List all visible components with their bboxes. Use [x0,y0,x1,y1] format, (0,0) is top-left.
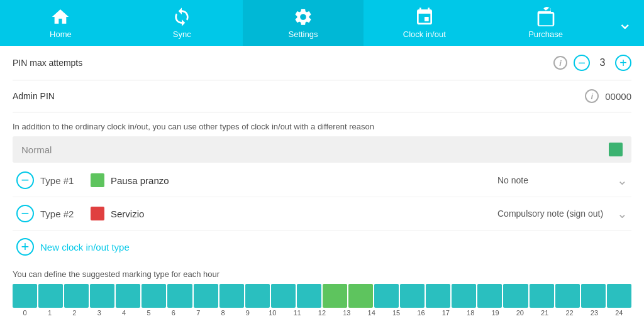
type-1-chevron[interactable]: ⌄ [617,206,628,221]
hour-label-12: 12 [309,309,334,317]
admin-pin-row: Admin PIN i 00000 [13,80,631,112]
clock-types-list: − Type #1 Pausa pranzo No note ⌄ − Type … [13,164,631,231]
admin-pin-value: 00000 [605,91,631,102]
hour-bar-20[interactable] [530,284,554,308]
hour-bar-9[interactable] [245,284,270,308]
hour-label-9: 9 [235,309,260,317]
clock-type-row-0: − Type #1 Pausa pranzo No note ⌄ [13,164,631,197]
hour-bar-0[interactable] [13,284,37,308]
hour-label-16: 16 [409,309,433,317]
hour-bar-23[interactable] [607,284,631,308]
hour-section: You can define the suggested marking typ… [13,263,631,319]
hour-label-19: 19 [483,309,508,317]
hour-bar-11[interactable] [297,284,321,308]
clock-types-description: In addition to the ordinary clock in/out… [13,112,631,136]
hour-bar-16[interactable] [426,284,450,308]
nav-sync-label: Sync [173,30,191,39]
pin-max-value: 3 [596,57,609,68]
hour-bar-1[interactable] [38,284,63,308]
hour-bar-8[interactable] [219,284,244,308]
normal-label: Normal [21,144,609,155]
hour-label-18: 18 [458,309,482,317]
normal-type-row: Normal [13,136,631,163]
remove-type-0-button[interactable]: − [16,171,34,189]
hour-bar-5[interactable] [142,284,166,308]
hour-label-3: 3 [87,309,111,317]
nav-purchase[interactable]: Purchase [485,0,606,46]
hour-label-22: 22 [557,309,582,317]
pin-max-label: PIN max attempts [13,58,547,68]
hour-bar-12[interactable] [323,284,347,308]
nav-settings[interactable]: Settings [243,0,364,46]
hour-description: You can define the suggested marking typ… [13,269,631,279]
hour-bar-6[interactable] [167,284,192,308]
type-1-label: Type #2 [40,209,84,219]
admin-pin-info-icon[interactable]: i [585,89,599,103]
hour-bar-21[interactable] [555,284,580,308]
add-clock-type-button[interactable]: + [16,238,34,256]
normal-color-swatch [609,143,623,156]
hour-label-4: 4 [111,309,136,317]
hour-bar-22[interactable] [581,284,606,308]
nav-sync[interactable]: Sync [121,0,243,46]
type-1-note: Compulsory note (sign out) [497,209,611,219]
hour-labels: 0123456789101112131415161718192021222324 [13,309,631,317]
type-1-name: Servizio [111,209,491,219]
hour-label-8: 8 [211,309,235,317]
type-0-chevron[interactable]: ⌄ [617,173,628,188]
type-1-color [91,207,104,220]
hour-bar-18[interactable] [477,284,502,308]
hour-bar-7[interactable] [194,284,218,308]
admin-pin-label: Admin PIN [13,91,579,101]
hour-label-13: 13 [335,309,359,317]
hour-bar-14[interactable] [374,284,399,308]
hour-label-23: 23 [582,309,606,317]
hour-bar-2[interactable] [64,284,89,308]
top-navigation: Home Sync Settings Clock in/out Purchase… [0,0,644,46]
pin-max-info-icon[interactable]: i [553,56,567,70]
nav-settings-label: Settings [289,30,318,39]
nav-clock-label: Clock in/out [403,30,446,39]
nav-home[interactable]: Home [0,0,121,46]
hour-label-0: 0 [13,309,37,317]
hour-label-1: 1 [37,309,62,317]
hour-bar-15[interactable] [400,284,425,308]
hour-bar-19[interactable] [503,284,528,308]
type-0-name: Pausa pranzo [111,175,491,186]
hour-bar-3[interactable] [90,284,114,308]
nav-home-label: Home [50,30,72,39]
hour-label-24: 24 [607,309,631,317]
nav-more-chevron[interactable]: ⌄ [606,0,644,46]
hour-bar-4[interactable] [116,284,140,308]
add-clock-type-row[interactable]: + New clock in/out type [13,231,631,263]
hour-bar-10[interactable] [271,284,296,308]
hour-label-5: 5 [136,309,161,317]
hour-label-15: 15 [384,309,408,317]
hour-label-17: 17 [433,309,458,317]
type-0-color [91,173,104,187]
pin-max-attempts-row: PIN max attempts i − 3 + [13,46,631,80]
pin-max-increase-button[interactable]: + [615,55,631,71]
hour-label-14: 14 [359,309,384,317]
add-clock-type-label: New clock in/out type [40,242,130,252]
hour-label-7: 7 [186,309,211,317]
type-0-note: No note [497,175,611,185]
hour-bar-container: 0123456789101112131415161718192021222324 [13,284,631,317]
nav-clock[interactable]: Clock in/out [364,0,485,46]
hour-label-21: 21 [533,309,557,317]
clock-type-row-1: − Type #2 Servizio Compulsory note (sign… [13,197,631,231]
type-0-label: Type #1 [40,175,84,186]
settings-content: PIN max attempts i − 3 + Admin PIN i 000… [0,46,644,331]
remove-type-1-button[interactable]: − [16,205,34,222]
hour-label-2: 2 [62,309,87,317]
hour-bar-13[interactable] [348,284,373,308]
hour-label-20: 20 [508,309,532,317]
hour-label-10: 10 [260,309,285,317]
pin-max-decrease-button[interactable]: − [574,55,590,71]
hour-bars [13,284,631,308]
hour-bar-17[interactable] [452,284,476,308]
hour-label-11: 11 [285,309,309,317]
nav-purchase-label: Purchase [528,30,563,39]
hour-label-6: 6 [161,309,186,317]
